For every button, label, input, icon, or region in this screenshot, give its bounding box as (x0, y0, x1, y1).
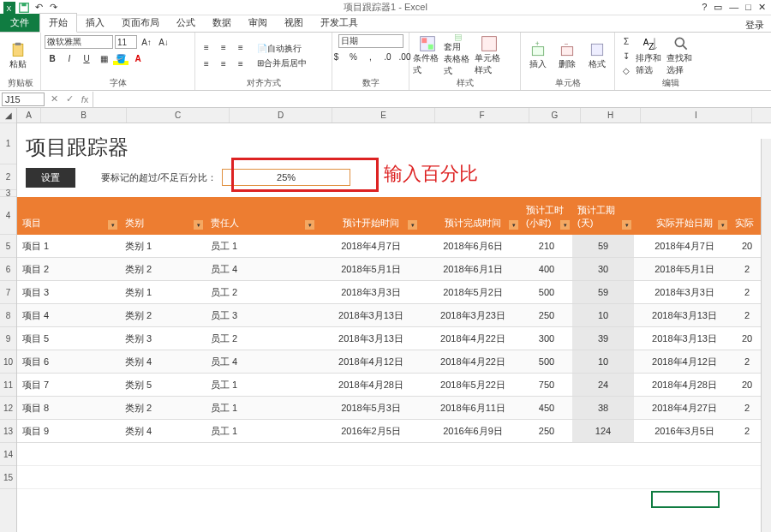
maximize-icon[interactable]: □ (745, 2, 751, 13)
cell-category[interactable]: 类别 2 (120, 304, 206, 326)
filter-icon[interactable]: ▾ (305, 220, 314, 230)
cell-hours[interactable]: 400 (521, 258, 572, 280)
undo-icon[interactable]: ↶ (33, 2, 45, 14)
bold-button[interactable]: B (45, 51, 60, 65)
row-header[interactable]: 9 (0, 327, 16, 350)
cell-actual-start[interactable]: 2018年4月12日 (634, 350, 730, 373)
cell-end[interactable]: 2016年6月9日 (420, 420, 521, 442)
cell-project[interactable]: 项目 2 (17, 258, 120, 280)
row-header[interactable]: 6 (0, 258, 16, 281)
minimize-icon[interactable]: — (729, 2, 738, 13)
cell-end[interactable]: 2018年4月22日 (420, 327, 521, 350)
filter-icon[interactable]: ▾ (718, 220, 727, 230)
insert-cells-button[interactable]: +插入 (524, 34, 552, 77)
cell-category[interactable]: 类别 2 (120, 258, 206, 280)
row-header[interactable]: 13 (0, 420, 16, 443)
cell-actual-start[interactable]: 2018年5月1日 (634, 258, 730, 280)
cell-end[interactable]: 2018年6月6日 (420, 235, 521, 257)
cell-end[interactable]: 2018年5月2日 (420, 281, 521, 303)
align-mid-icon[interactable]: ≡ (216, 41, 231, 55)
th-hours[interactable]: 预计工时 (小时)▾ (521, 197, 572, 235)
cell-actual-start[interactable]: 2016年3月5日 (634, 420, 730, 442)
tab-review[interactable]: 审阅 (240, 14, 276, 32)
filter-icon[interactable]: ▾ (408, 220, 417, 230)
col-header[interactable]: D (230, 108, 332, 123)
cond-format-button[interactable]: 条件格式 (413, 34, 442, 77)
align-right-icon[interactable]: ≡ (233, 57, 248, 71)
format-cells-button[interactable]: 格式 (583, 34, 611, 77)
cell-start[interactable]: 2018年4月12日 (317, 350, 420, 373)
th-category[interactable]: 类别▾ (120, 197, 206, 235)
align-bot-icon[interactable]: ≡ (233, 41, 248, 55)
formula-input[interactable] (93, 92, 771, 107)
align-center-icon[interactable]: ≡ (216, 57, 231, 71)
tab-data[interactable]: 数据 (204, 14, 240, 32)
cell-actual-start[interactable]: 2018年3月13日 (634, 304, 730, 326)
cell-days[interactable]: 30 (572, 258, 634, 280)
help-icon[interactable]: ? (702, 2, 707, 13)
cell-responsible[interactable]: 员工 1 (206, 397, 317, 419)
autosum-icon[interactable]: Σ (619, 34, 634, 48)
clear-icon[interactable]: ◇ (619, 63, 634, 77)
filter-icon[interactable]: ▾ (108, 220, 117, 230)
cell-responsible[interactable]: 员工 2 (206, 327, 317, 350)
table-format-button[interactable]: 套用 表格格式 (444, 34, 473, 77)
cell-responsible[interactable]: 员工 2 (206, 281, 317, 303)
th-actual-end[interactable]: 实际 (730, 197, 764, 235)
cell-category[interactable]: 类别 4 (120, 350, 206, 373)
cell-hours[interactable]: 300 (521, 327, 572, 350)
cell-start[interactable]: 2018年4月7日 (317, 235, 420, 257)
redo-icon[interactable]: ↷ (47, 2, 59, 14)
cell-actual-end[interactable]: 2 (730, 281, 764, 303)
increase-font-icon[interactable]: A↑ (139, 35, 154, 49)
tab-home[interactable]: 开始 (39, 13, 77, 33)
cell-responsible[interactable]: 员工 4 (206, 258, 317, 280)
cell-end[interactable]: 2018年3月23日 (420, 304, 521, 326)
cell-responsible[interactable]: 员工 1 (206, 374, 317, 396)
cell-hours[interactable]: 750 (521, 374, 572, 396)
col-header[interactable]: H (581, 108, 641, 123)
wrap-text-button[interactable]: 📄 自动换行 (255, 42, 317, 56)
cell-start[interactable]: 2018年5月3日 (317, 397, 420, 419)
enter-formula-icon[interactable]: ✓ (62, 93, 77, 105)
cell-end[interactable]: 2018年5月22日 (420, 374, 521, 396)
cell-days[interactable]: 59 (572, 281, 634, 303)
table-row[interactable]: 项目 8类别 2员工 12018年5月3日2018年6月11日450382018… (17, 397, 771, 420)
table-row[interactable]: 项目 6类别 4员工 42018年4月12日2018年4月22日50010201… (17, 350, 771, 374)
cell-project[interactable]: 项目 3 (17, 281, 120, 303)
cell-end[interactable]: 2018年6月11日 (420, 397, 521, 419)
cell-actual-end[interactable]: 2 (730, 258, 764, 280)
fx-icon[interactable]: fx (77, 94, 93, 105)
cell-start[interactable]: 2018年3月13日 (317, 327, 420, 350)
fill-icon[interactable]: ↧ (619, 49, 634, 63)
settings-button[interactable]: 设置 (26, 168, 75, 188)
cell-category[interactable]: 类别 1 (120, 235, 206, 257)
col-header[interactable]: I (641, 108, 752, 123)
number-format-select[interactable]: 日期 (338, 34, 403, 48)
row-header[interactable]: 4 (0, 197, 16, 235)
filter-icon[interactable]: ▾ (560, 220, 570, 230)
cell-actual-end[interactable]: 2 (730, 397, 764, 419)
table-row[interactable]: 项目 7类别 5员工 12018年4月28日2018年5月22日75024201… (17, 374, 771, 397)
cell-hours[interactable]: 250 (521, 420, 572, 442)
filter-icon[interactable]: ▾ (622, 220, 631, 230)
cell-actual-end[interactable]: 2 (730, 420, 764, 442)
cell-actual-start[interactable]: 2018年4月28日 (634, 374, 730, 396)
cell-category[interactable]: 类别 2 (120, 397, 206, 419)
cell-project[interactable]: 项目 7 (17, 374, 120, 396)
tab-formula[interactable]: 公式 (168, 14, 204, 32)
tab-view[interactable]: 视图 (276, 14, 312, 32)
tab-layout[interactable]: 页面布局 (113, 14, 168, 32)
font-color-button[interactable]: A (130, 51, 146, 65)
font-family-select[interactable]: 微软雅黑 (45, 35, 113, 49)
cell-start[interactable]: 2018年3月3日 (317, 281, 420, 303)
underline-button[interactable]: U (79, 51, 94, 65)
cell-start[interactable]: 2018年5月1日 (317, 258, 420, 280)
ribbon-toggle-icon[interactable]: ▭ (714, 2, 722, 13)
tab-dev[interactable]: 开发工具 (312, 14, 367, 32)
col-header[interactable]: F (435, 108, 529, 123)
percent-icon[interactable]: % (346, 50, 362, 63)
th-responsible[interactable]: 责任人▾ (206, 197, 317, 235)
cell-actual-start[interactable]: 2018年4月27日 (634, 397, 730, 419)
col-header[interactable]: B (41, 108, 127, 123)
